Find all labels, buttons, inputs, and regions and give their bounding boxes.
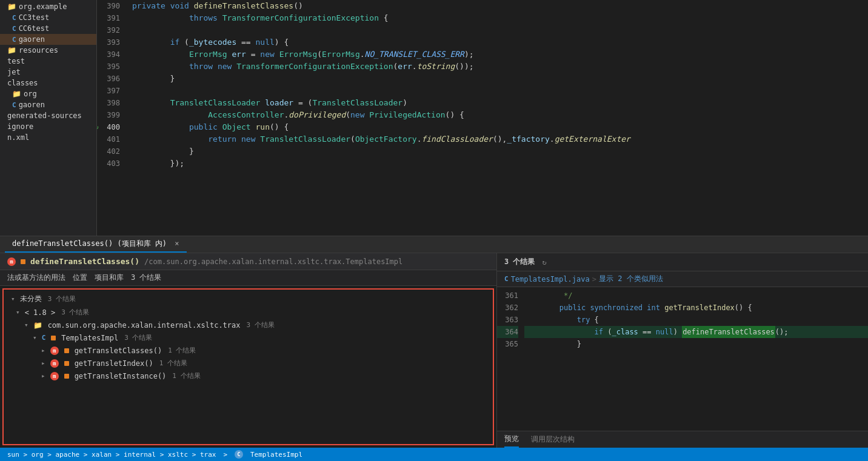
method-0-lock: [64, 348, 69, 353]
status-breadcrumb: sun > org > apache > xalan > internal > …: [7, 451, 216, 459]
code-line-390: private void defineTransletClasses (): [132, 0, 868, 12]
search-title-bar: m defineTransletClasses() /com.sun.org.a…: [7, 257, 402, 266]
lock-icon: [21, 259, 25, 264]
preview-line-364: if ( _class == null ) defineTransletClas…: [524, 326, 868, 338]
line-398: 398: [97, 97, 120, 109]
sidebar-item-org[interactable]: 📁 org: [0, 88, 96, 99]
line-395: 395: [97, 61, 120, 73]
class-count: 3 个结果: [124, 333, 152, 342]
code-line-403: });: [132, 158, 868, 170]
line-391: 391: [97, 12, 120, 24]
search-meta: 法或基方法的用法 位置 项目和库 3 个结果: [0, 270, 496, 286]
sidebar-item-org-example[interactable]: 📁 org.example: [0, 1, 96, 12]
search-results-tree[interactable]: 未分类 3 个结果 < 1.8 > 3 个结果 📁 com.sun.org.ap…: [2, 288, 494, 445]
code-line-398: TransletClassLoader loader = ( TransletC…: [132, 97, 868, 109]
code-content[interactable]: private void defineTransletClasses () th…: [127, 0, 868, 236]
code-line-395: throw new TransformerConfigurationExcept…: [132, 61, 868, 73]
code-line-400: public Object run () {: [132, 121, 868, 133]
line-390: 390: [97, 0, 120, 12]
sidebar-item-generated[interactable]: generated-sources: [0, 110, 96, 121]
sidebar-item-jet[interactable]: jet: [0, 67, 96, 78]
bottom-tab-define[interactable]: defineTransletClasses() (项目和库 内) ×: [5, 236, 187, 253]
line-396: 396: [97, 73, 120, 85]
method-name: defineTransletClasses(): [30, 257, 139, 266]
sidebar-item-gaoren2[interactable]: C gaoren: [0, 99, 96, 110]
status-class-icon: C: [235, 450, 243, 459]
bottom-tab-bar: defineTransletClasses() (项目和库 内) ×: [0, 236, 868, 253]
method-icon: m: [7, 257, 16, 266]
method-2-chevron: [41, 372, 45, 380]
sidebar-item-cc6test[interactable]: C CC6test: [0, 23, 96, 34]
search-results-header: m defineTransletClasses() /com.sun.org.a…: [0, 253, 496, 270]
class-icon-c4: C: [12, 101, 16, 109]
package-chevron: [24, 321, 28, 329]
bottom-panel: defineTransletClasses() (项目和库 内) × m def…: [0, 236, 868, 448]
preview-code-content[interactable]: */ public synchronized int getTransletIn…: [524, 290, 868, 428]
method-1-count: 1 个结果: [159, 359, 187, 368]
method-item-1[interactable]: m getTransletIndex() 1 个结果: [4, 357, 493, 370]
preview-tab-preview[interactable]: 预览: [504, 431, 519, 448]
line-394: 394: [97, 48, 120, 61]
preview-tab-call-hierarchy[interactable]: 调用层次结构: [531, 432, 575, 447]
jdk-node[interactable]: < 1.8 > 3 个结果: [4, 306, 493, 319]
preview-line-numbers: 361 362 363 364 365: [497, 290, 524, 428]
sidebar-item-test[interactable]: test: [0, 56, 96, 67]
preview-line-362: public synchronized int getTransletIndex…: [524, 302, 868, 314]
sidebar-item-nxml[interactable]: n.xml: [0, 132, 96, 143]
editor-area: 390 391 392 393 394 395 396 397 398 399 …: [97, 0, 868, 236]
sidebar-item-cc3test[interactable]: C CC3test: [0, 12, 96, 23]
class-icon-c3: C: [12, 36, 16, 44]
breadcrumb-similar[interactable]: 显示 2 个类似用法: [599, 274, 663, 284]
code-line-396: }: [132, 73, 868, 85]
code-line-401: return new TransletClassLoader ( ObjectF…: [132, 133, 868, 145]
line-393: 393: [97, 36, 120, 48]
class-node[interactable]: C TemplatesImpl 3 个结果: [4, 331, 493, 344]
code-line-391: throws TransformerConfigurationException…: [132, 12, 868, 24]
preview-code: 361 362 363 364 365 */ public: [497, 287, 868, 431]
method-item-0[interactable]: m getTransletClasses() 1 个结果: [4, 344, 493, 357]
preview-count: 3 个结果: [504, 257, 535, 267]
main-area: 📁 org.example C CC3test C CC6test C gaor…: [0, 0, 868, 236]
class-c-icon: C: [42, 334, 46, 342]
method-2-icon: m: [50, 372, 59, 380]
code-line-392: [132, 24, 868, 36]
code-line-397: [132, 85, 868, 97]
highlight-match: defineTransletClasses: [682, 326, 775, 338]
breadcrumb-file[interactable]: TemplatesImpl.java: [511, 275, 590, 284]
folder-icon-2: 📁: [7, 46, 16, 55]
jdk-label: < 1.8 >: [25, 308, 56, 317]
class-icon-c2: C: [12, 25, 16, 33]
method-1-label: getTransletIndex(): [75, 359, 153, 368]
uncategorized-item[interactable]: 未分类 3 个结果: [4, 292, 493, 306]
method-0-count: 1 个结果: [168, 346, 196, 355]
bottom-content: m defineTransletClasses() /com.sun.org.a…: [0, 253, 868, 448]
line-402: 402: [97, 145, 120, 158]
preview-line-365: }: [524, 338, 868, 350]
preview-num-365: 365: [497, 338, 518, 350]
method-path: /com.sun.org.apache.xalan.internal.xsltc…: [144, 257, 402, 266]
preview-line-363: try {: [524, 314, 868, 326]
class-lock-icon: [51, 336, 56, 340]
search-results-panel: m defineTransletClasses() /com.sun.org.a…: [0, 253, 497, 448]
breadcrumb-sep: >: [592, 275, 596, 284]
folder-icon-3: 📁: [12, 90, 21, 98]
class-label: TemplatesImpl: [61, 334, 118, 342]
method-item-2[interactable]: m getTransletInstance() 1 个结果: [4, 370, 493, 382]
sidebar-item-gaoren[interactable]: C gaoren: [0, 34, 96, 45]
uncategorized-badge: 3 个结果: [48, 294, 76, 303]
sidebar-item-ignore[interactable]: ignore: [0, 121, 96, 132]
status-class-name: TemplatesImpl: [250, 451, 302, 459]
sidebar-item-classes[interactable]: classes: [0, 78, 96, 88]
preview-breadcrumb: C TemplatesImpl.java > 显示 2 个类似用法: [497, 271, 868, 287]
preview-class-icon: C: [504, 275, 509, 283]
method-1-icon: m: [50, 359, 59, 368]
method-2-label: getTransletInstance(): [75, 372, 167, 380]
refresh-button[interactable]: ↻: [542, 258, 546, 267]
jdk-chevron: [16, 308, 20, 316]
package-node[interactable]: 📁 com.sun.org.apache.xalan.internal.xslt…: [4, 319, 493, 331]
tab-close-button[interactable]: ×: [175, 239, 179, 248]
package-count: 3 个结果: [247, 320, 275, 330]
class-chevron: [33, 334, 37, 342]
sidebar-item-resources[interactable]: 📁 resources: [0, 45, 96, 56]
preview-num-361: 361: [497, 290, 518, 302]
